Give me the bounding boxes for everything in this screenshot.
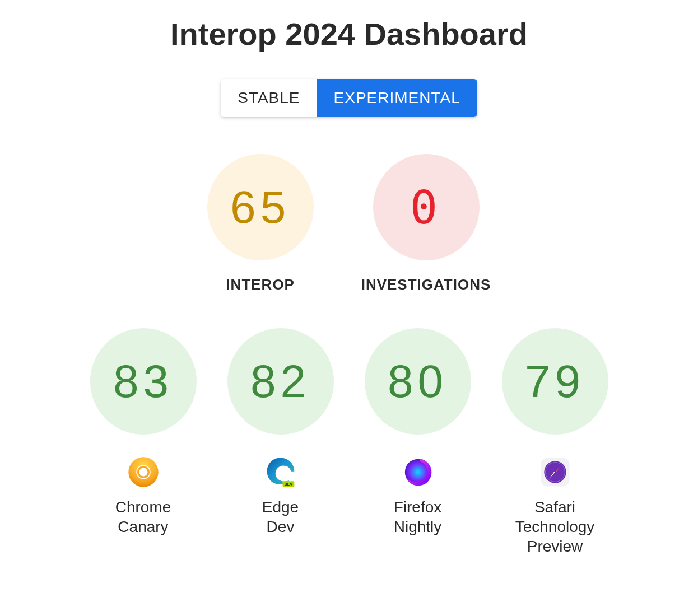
investigations-score-value: 0 xyxy=(373,154,480,260)
chrome-canary-score: 83 xyxy=(90,328,197,435)
browser-firefox-nightly: 80 Firefox Nightly xyxy=(365,328,471,556)
tab-stable[interactable]: STABLE xyxy=(221,79,317,117)
firefox-nightly-icon xyxy=(402,455,434,489)
browser-safari-tp: 79 Safari Technology Preview xyxy=(502,328,608,556)
safari-tp-label: Safari Technology Preview xyxy=(515,497,595,556)
browser-edge-dev: 82 DEV Edge Dev xyxy=(227,328,334,556)
edge-dev-label: Edge Dev xyxy=(262,497,299,536)
browser-chrome-canary: 83 Chrome Canary xyxy=(90,328,197,556)
summary-scores: 65 INTEROP 0 INVESTIGATIONS xyxy=(207,154,491,293)
chrome-canary-label: Chrome Canary xyxy=(115,497,171,536)
page-title: Interop 2024 Dashboard xyxy=(170,16,528,52)
firefox-nightly-label: Firefox Nightly xyxy=(394,497,442,536)
edge-dev-icon: DEV xyxy=(264,455,297,489)
interop-score-value: 65 xyxy=(207,154,314,260)
interop-score: 65 INTEROP xyxy=(207,154,314,293)
edge-dev-score: 82 xyxy=(227,328,334,435)
safari-tp-score: 79 xyxy=(502,328,608,435)
investigations-score-label: INVESTIGATIONS xyxy=(361,276,491,293)
interop-score-label: INTEROP xyxy=(226,276,295,293)
safari-tp-icon xyxy=(539,455,571,489)
investigations-score: 0 INVESTIGATIONS xyxy=(361,154,491,293)
chrome-canary-icon xyxy=(127,455,160,489)
svg-text:DEV: DEV xyxy=(284,482,292,486)
channel-tabs: STABLE EXPERIMENTAL xyxy=(221,79,477,117)
browser-scores-row: 83 Chrome Canary 82 xyxy=(90,328,608,556)
tab-experimental[interactable]: EXPERIMENTAL xyxy=(317,79,477,117)
firefox-nightly-score: 80 xyxy=(365,328,471,435)
